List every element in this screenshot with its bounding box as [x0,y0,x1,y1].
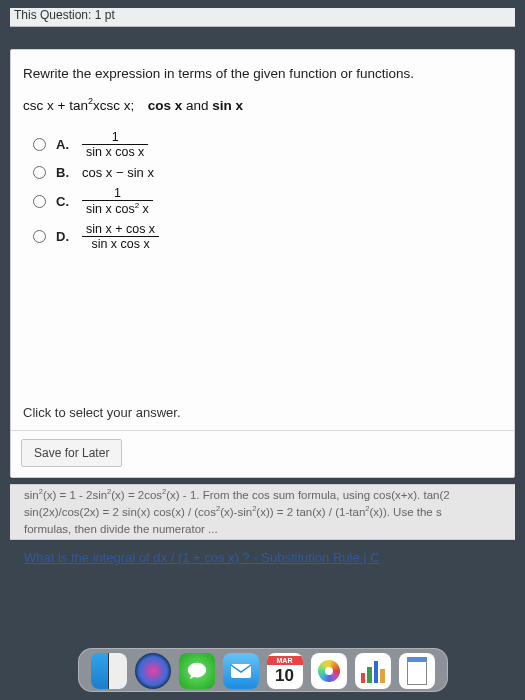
radio-icon[interactable] [33,138,46,151]
choice-label: B. [56,165,72,180]
chart-app-icon[interactable] [355,653,391,689]
photos-icon[interactable] [311,653,347,689]
question-header: This Question: 1 pt [10,8,515,27]
radio-icon[interactable] [33,230,46,243]
instruction-text: Click to select your answer. [11,397,514,431]
finder-icon[interactable] [91,653,127,689]
answer-choice-d[interactable]: D.sin x + cos xsin x cos x [33,222,502,251]
answer-choice-c[interactable]: C.1sin x cos2 x [33,186,502,216]
choice-label: C. [56,194,72,209]
answer-choice-a[interactable]: A.1sin x cos x [33,130,502,159]
siri-icon[interactable] [135,653,171,689]
calendar-month: MAR [267,656,303,665]
calendar-icon[interactable]: MAR 10 [267,653,303,689]
svg-rect-0 [231,664,251,678]
background-answer-text: sin2(x) = 1 - 2sin2(x) = 2cos2(x) - 1. F… [10,484,515,540]
question-expression: csc x + tan2xcsc x; cos x and sin x [23,96,502,113]
background-question-link[interactable]: What is the integral of dx / (1 + cos x)… [10,550,515,565]
messages-icon[interactable] [179,653,215,689]
choice-label: A. [56,137,72,152]
choice-math: sin x + cos xsin x cos x [82,222,159,251]
answer-choices: A.1sin x cos xB.cos x − sin xC.1sin x co… [23,130,502,397]
choice-label: D. [56,229,72,244]
choice-math: 1sin x cos x [82,130,148,159]
macos-dock: MAR 10 [78,648,448,692]
mail-icon[interactable] [223,653,259,689]
answer-choice-b[interactable]: B.cos x − sin x [33,165,502,180]
question-prompt: Rewrite the expression in terms of the g… [23,64,502,84]
choice-math: 1sin x cos2 x [82,186,153,216]
question-card: Rewrite the expression in terms of the g… [10,49,515,478]
radio-icon[interactable] [33,166,46,179]
document-app-icon[interactable] [399,653,435,689]
radio-icon[interactable] [33,195,46,208]
calendar-day: 10 [275,665,294,687]
choice-math: cos x − sin x [82,165,154,180]
save-for-later-button[interactable]: Save for Later [21,439,122,467]
